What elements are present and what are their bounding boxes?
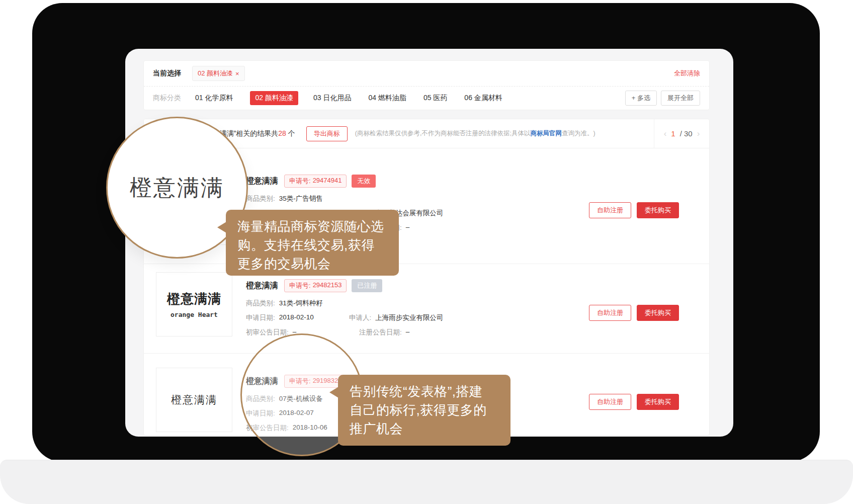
first-publication-label: 初审公告日期: — [246, 328, 289, 337]
category-item-02-selected[interactable]: 02 颜料油漆 — [250, 91, 298, 105]
trademark-image-text: 橙意满满 — [171, 393, 217, 407]
status-badge: 无效 — [352, 175, 376, 188]
remove-filter-icon[interactable]: × — [235, 70, 239, 77]
category-item-05[interactable]: 05 医药 — [423, 94, 447, 103]
prev-page-icon[interactable]: ‹ — [664, 129, 667, 139]
apply-date-label: 申请日期: — [246, 313, 275, 322]
application-number-label: 申请号: — [289, 281, 311, 290]
apply-date-value: 2018-02-10 — [279, 313, 314, 322]
trademark-name: 橙意满满 — [246, 281, 278, 291]
callout-line: 推广机会 — [350, 419, 499, 438]
row-actions: 自助注册 委托购买 — [589, 202, 679, 218]
total-pages: / 30 — [680, 129, 693, 138]
clear-all-link[interactable]: 全部清除 — [674, 69, 700, 78]
trademark-image-text: 橙意满满 — [167, 290, 221, 308]
trademark-name: 橙意满满 — [246, 176, 278, 187]
table-row: 橙意满满 orange Heart 橙意满满 申请号: 29482153 已注册… — [144, 264, 709, 354]
row-actions: 自助注册 委托购买 — [589, 305, 679, 321]
category-item-03[interactable]: 03 日化用品 — [313, 94, 351, 103]
category-row-label: 商标分类 — [153, 94, 181, 103]
self-register-button[interactable]: 自助注册 — [589, 305, 631, 321]
multi-select-button[interactable]: + 多选 — [625, 91, 657, 106]
current-page: 1 — [671, 129, 675, 138]
category-item-06[interactable]: 06 金属材料 — [464, 94, 502, 103]
application-number-label: 申请号: — [289, 177, 311, 186]
registration-publication-value: – — [406, 223, 410, 232]
category-label: 商品类别: — [246, 194, 275, 203]
category-value: 31类-饲料种籽 — [279, 299, 323, 308]
trademark-image: 橙意满满 — [156, 368, 232, 432]
registration-publication-value: – — [406, 328, 410, 337]
disclaimer-suffix: 查询为准。) — [562, 130, 595, 137]
entrust-purchase-button[interactable]: 委托购买 — [637, 202, 679, 218]
self-register-button[interactable]: 自助注册 — [589, 202, 631, 218]
selected-filter-tag-text: 02 颜料油漆 — [198, 69, 233, 78]
current-selection-row: 当前选择 02 颜料油漆 × 全部清除 — [144, 61, 709, 87]
current-selection-label: 当前选择 — [153, 69, 181, 78]
selected-filter-tag[interactable]: 02 颜料油漆 × — [192, 66, 245, 81]
pagination: ‹ 1 / 30 › — [654, 119, 709, 148]
row-actions: 自助注册 委托购买 — [589, 394, 679, 410]
laptop-base — [0, 460, 853, 504]
entrust-purchase-button[interactable]: 委托购买 — [637, 394, 679, 410]
category-label: 商品类别: — [246, 299, 275, 308]
next-page-icon[interactable]: › — [697, 129, 700, 139]
self-register-button[interactable]: 自助注册 — [589, 394, 631, 410]
application-number-tag: 申请号: 29482153 — [284, 279, 347, 292]
entrust-purchase-button[interactable]: 委托购买 — [637, 305, 679, 321]
magnified-trademark-text: 橙意满满 — [130, 173, 224, 203]
results-summary-suffix: 个 — [286, 129, 295, 137]
callout-line: 海量精品商标资源随心选 — [237, 217, 387, 236]
application-number-tag: 申请号: 29474941 — [284, 175, 347, 188]
status-badge: 已注册 — [352, 279, 382, 292]
results-count: 28 — [278, 129, 286, 137]
category-item-04[interactable]: 04 燃料油脂 — [368, 94, 406, 103]
trademark-image: 橙意满满 orange Heart — [156, 272, 232, 337]
category-actions: + 多选 展开全部 — [625, 91, 700, 106]
export-trademarks-button[interactable]: 导出商标 — [306, 126, 348, 141]
trademark-image-subtext: orange Heart — [170, 311, 218, 318]
filter-panel: 当前选择 02 颜料油漆 × 全部清除 商标分类 01 化学原料 02 颜料油漆… — [143, 60, 710, 110]
results-disclaimer: (商标检索结果仅供参考,不作为商标能否注册的法律依据;具体以商标局官网查询为准。… — [355, 129, 595, 138]
applicant-value: 上海雨步实业有限公司 — [375, 313, 443, 322]
application-number-value: 29482153 — [313, 281, 342, 290]
trademark-office-link[interactable]: 商标局官网 — [530, 130, 562, 137]
disclaimer-prefix: (商标检索结果仅供参考,不作为商标能否注册的法律依据;具体以 — [355, 130, 531, 137]
category-item-01[interactable]: 01 化学原料 — [195, 94, 233, 103]
callout-bubble-marketplace: 海量精品商标资源随心选 购。支持在线交易,获得 更多的交易机会 — [226, 210, 399, 276]
category-value: 35类-广告销售 — [279, 194, 323, 203]
callout-bubble-promotion: 告别传统“发表格”,搭建 自己的标行,获得更多的 推广机会 — [338, 375, 510, 446]
application-number-value: 29474941 — [313, 177, 342, 186]
category-row: 商标分类 01 化学原料 02 颜料油漆 03 日化用品 04 燃料油脂 05 … — [144, 87, 709, 110]
callout-line: 自己的标行,获得更多的 — [350, 401, 499, 419]
registration-publication-label: 注册公告日期: — [359, 328, 402, 337]
callout-line: 更多的交易机会 — [237, 255, 387, 273]
expand-all-button[interactable]: 展开全部 — [661, 91, 700, 106]
applicant-label: 申请人: — [349, 313, 371, 322]
callout-line: 购。支持在线交易,获得 — [237, 236, 387, 255]
callout-line: 告别传统“发表格”,搭建 — [350, 382, 499, 401]
